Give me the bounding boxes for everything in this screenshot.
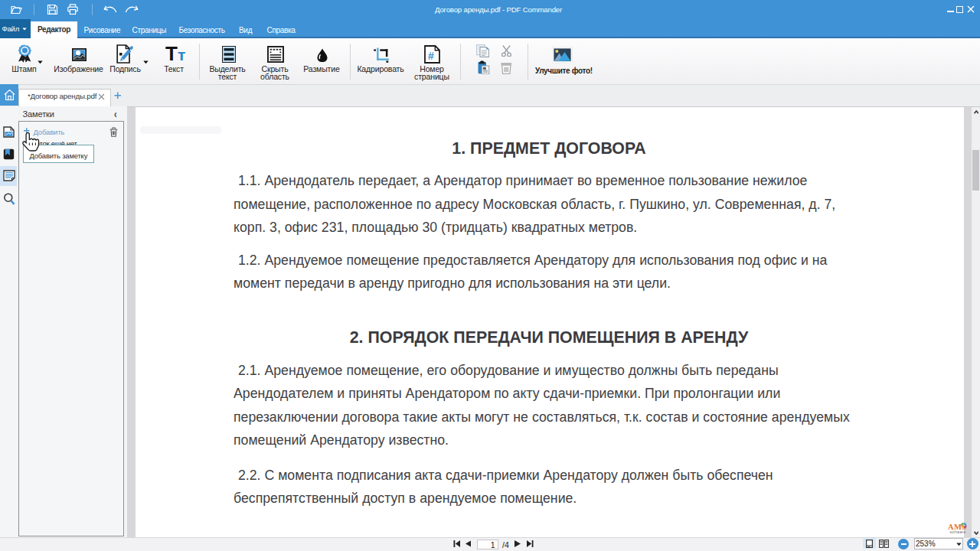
svg-text:#: # bbox=[428, 50, 434, 62]
